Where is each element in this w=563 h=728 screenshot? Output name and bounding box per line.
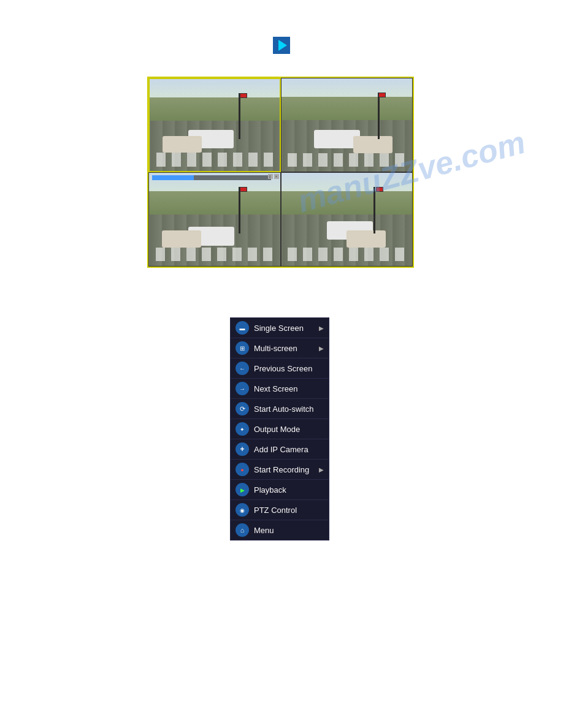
play-icon-indicator: [273, 37, 290, 54]
menu-item-previous-screen[interactable]: Previous Screen: [231, 358, 329, 379]
progress-bar[interactable]: [152, 175, 271, 180]
camera-cell-3[interactable]: ‖ ×: [148, 172, 281, 267]
add-ip-camera-label: Add IP Camera: [254, 445, 324, 454]
menu-icon: [236, 523, 249, 537]
camera-grid: ‖ ×: [147, 77, 414, 268]
output-mode-icon: [236, 422, 249, 436]
camera-scene-1: [150, 79, 280, 171]
progress-controls: ‖ ×: [268, 174, 279, 179]
single-screen-label: Single Screen: [254, 324, 324, 333]
next-screen-icon: [236, 382, 249, 395]
menu-item-start-recording[interactable]: Start Recording ▶: [231, 460, 329, 480]
menu-label: Menu: [254, 526, 324, 535]
progress-bar-fill: [152, 175, 194, 180]
playback-icon: [236, 483, 249, 496]
menu-item-ptz-control[interactable]: PTZ Control: [231, 500, 329, 520]
menu-item-multi-screen[interactable]: Multi-screen ▶: [231, 338, 329, 358]
menu-item-playback[interactable]: Playback: [231, 480, 329, 500]
camera-cell-4[interactable]: [281, 172, 413, 267]
camera-cell-1[interactable]: [148, 78, 281, 172]
camera-scene-3: [149, 173, 280, 266]
output-mode-label: Output Mode: [254, 425, 324, 434]
add-ip-camera-icon: [236, 442, 249, 456]
playback-label: Playback: [254, 485, 324, 495]
start-recording-icon: [236, 463, 249, 476]
previous-screen-icon: [236, 362, 249, 375]
start-auto-switch-icon: [236, 402, 249, 415]
previous-screen-label: Previous Screen: [254, 364, 324, 373]
menu-item-output-mode[interactable]: Output Mode: [231, 419, 329, 439]
pause-btn[interactable]: ‖: [268, 174, 273, 179]
camera-scene-2: [282, 78, 413, 172]
camera-cell-2[interactable]: [281, 78, 413, 172]
play-icon: [273, 37, 290, 54]
stop-btn[interactable]: ×: [274, 174, 279, 179]
ptz-control-icon: [236, 503, 249, 517]
single-screen-arrow: ▶: [319, 325, 324, 332]
start-recording-label: Start Recording: [254, 465, 324, 474]
menu-item-menu[interactable]: Menu: [231, 520, 329, 540]
next-screen-label: Next Screen: [254, 384, 324, 393]
multi-screen-arrow: ▶: [319, 345, 324, 352]
menu-item-add-ip-camera[interactable]: Add IP Camera: [231, 439, 329, 460]
start-recording-arrow: ▶: [319, 466, 324, 473]
menu-item-single-screen[interactable]: Single Screen ▶: [231, 318, 329, 338]
menu-item-next-screen[interactable]: Next Screen: [231, 379, 329, 399]
multi-screen-icon: [236, 341, 249, 355]
ptz-control-label: PTZ Control: [254, 506, 324, 515]
single-screen-icon: [236, 321, 249, 335]
play-triangle: [278, 40, 287, 51]
start-auto-switch-label: Start Auto-switch: [254, 404, 324, 414]
context-menu: Single Screen ▶ Multi-screen ▶ Previous …: [230, 317, 329, 540]
menu-item-start-auto-switch[interactable]: Start Auto-switch: [231, 399, 329, 419]
multi-screen-label: Multi-screen: [254, 344, 324, 353]
camera-scene-4: [282, 173, 413, 266]
